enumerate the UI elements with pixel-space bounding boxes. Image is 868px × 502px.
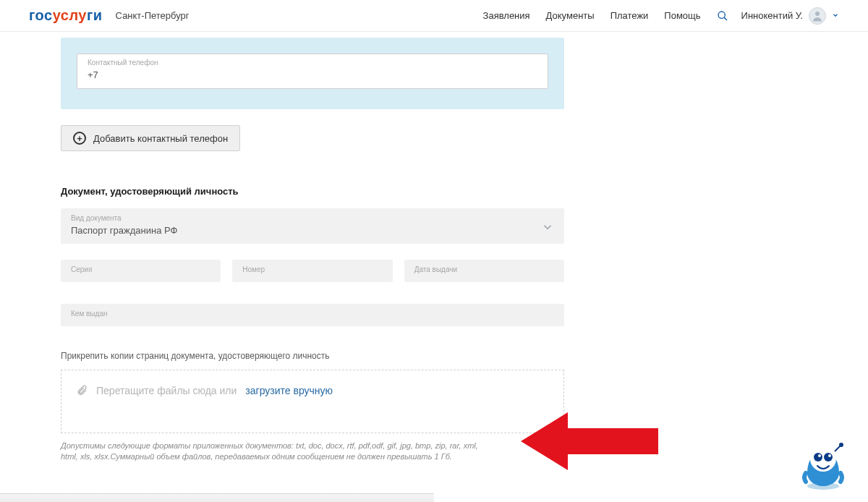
svg-point-11 — [839, 443, 843, 447]
add-phone-button[interactable]: + Добавить контактный телефон — [61, 125, 240, 151]
mascot-icon[interactable] — [799, 435, 848, 492]
series-label: Серия — [71, 265, 210, 273]
paperclip-icon — [76, 385, 88, 396]
chevron-down-icon — [541, 221, 554, 237]
number-field[interactable]: Номер — [232, 260, 392, 282]
formats-hint: Допустимы следующие форматы приложенных … — [61, 441, 495, 463]
nav-help[interactable]: Помощь — [664, 10, 700, 21]
upload-link[interactable]: загрузите вручную — [245, 385, 333, 396]
series-field[interactable]: Серия — [61, 260, 221, 282]
avatar-icon — [809, 7, 826, 25]
svg-point-8 — [818, 454, 821, 457]
phone-field-label: Контактный телефон — [88, 59, 537, 67]
svg-line-10 — [835, 446, 841, 451]
plus-icon: + — [73, 132, 86, 145]
svg-point-0 — [718, 12, 725, 18]
svg-point-6 — [814, 453, 822, 461]
logo[interactable]: госуслуги — [29, 7, 103, 24]
issued-by-label: Кем выдан — [71, 310, 554, 318]
svg-point-9 — [828, 454, 831, 457]
doc-type-label: Вид документа — [71, 214, 541, 222]
browser-bottom-bar — [0, 493, 434, 502]
nav-applications[interactable]: Заявления — [483, 10, 530, 21]
user-menu[interactable]: Иннокентий У. — [741, 7, 839, 25]
search-icon[interactable] — [717, 10, 728, 22]
nav-documents[interactable]: Документы — [546, 10, 595, 21]
issue-date-label: Дата выдачи — [414, 265, 554, 273]
phone-field-value: +7 — [88, 69, 98, 80]
phone-section: Контактный телефон +7 — [61, 38, 564, 109]
logo-part1: гос — [29, 7, 53, 23]
section-title: Документ, удостоверяющий личность — [61, 186, 564, 197]
page-header: госуслуги Санкт-Петербург Заявления Доку… — [0, 0, 868, 32]
issued-by-field[interactable]: Кем выдан — [61, 304, 564, 326]
city-label[interactable]: Санкт-Петербург — [116, 10, 190, 21]
form-content: Контактный телефон +7 + Добавить контакт… — [0, 38, 564, 463]
phone-field[interactable]: Контактный телефон +7 — [77, 54, 548, 89]
chevron-down-icon — [832, 10, 839, 21]
passport-row: Серия Номер Дата выдачи — [61, 260, 564, 282]
main-nav: Заявления Документы Платежи Помощь — [483, 10, 728, 22]
issue-date-field[interactable]: Дата выдачи — [404, 260, 564, 282]
dropzone-text: Перетащите файлы сюда или — [96, 385, 237, 396]
file-dropzone[interactable]: Перетащите файлы сюда или загрузите вруч… — [61, 370, 564, 433]
doc-type-value: Паспорт гражданина РФ — [71, 225, 177, 236]
svg-point-7 — [824, 453, 833, 461]
logo-part3: ги — [87, 7, 103, 23]
issued-by-row: Кем выдан — [61, 304, 564, 326]
attach-label: Прикрепить копии страниц документа, удос… — [61, 351, 564, 361]
add-phone-label: Добавить контактный телефон — [93, 133, 228, 144]
number-label: Номер — [242, 265, 382, 273]
svg-point-2 — [815, 12, 820, 16]
user-name: Иннокентий У. — [741, 10, 803, 21]
doc-type-select[interactable]: Вид документа Паспорт гражданина РФ — [61, 208, 564, 244]
logo-part2: услу — [53, 7, 87, 23]
nav-payments[interactable]: Платежи — [610, 10, 649, 21]
svg-line-1 — [724, 17, 727, 20]
